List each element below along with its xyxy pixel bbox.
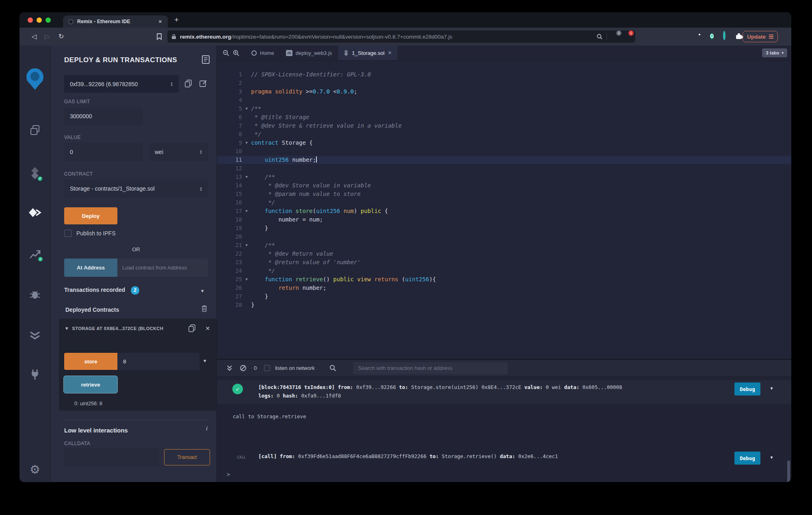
contract-select[interactable]: Storage - contracts/1_Storage.sol ▲▼ — [64, 179, 208, 198]
code-line[interactable]: 10 — [217, 147, 791, 156]
terminal-body[interactable]: ✓[block:7843716 txIndex:0] from: 0xf39..… — [217, 377, 791, 482]
copy-account-icon[interactable] — [185, 80, 192, 87]
remix-logo[interactable] — [23, 68, 47, 91]
value-unit-select[interactable]: wei ▲▼ — [149, 143, 208, 161]
tab-home[interactable]: Home — [245, 46, 280, 60]
value-input[interactable] — [64, 143, 143, 161]
code-line[interactable]: 7 * @dev Store & retrieve value in a var… — [217, 122, 791, 130]
code-line[interactable]: 26 return number; — [217, 284, 791, 292]
clear-terminal-icon[interactable] — [240, 365, 247, 372]
code-line[interactable]: 2 — [217, 79, 791, 87]
code-line[interactable]: 15 * @param num value to store — [217, 190, 791, 198]
code-line[interactable]: 25▼ function retrieve() public view retu… — [217, 275, 791, 284]
url-bar[interactable]: remix.ethereum.org/#optimize=false&runs=… — [167, 30, 635, 43]
code-line[interactable]: 28} — [217, 301, 791, 309]
code-line[interactable]: 13▼ /** — [217, 173, 791, 181]
store-button[interactable]: store — [64, 353, 117, 370]
tab-1-storage-sol[interactable]: 1_Storage.sol ✕ — [338, 46, 398, 60]
code-line[interactable]: 22 * @dev Return value — [217, 250, 791, 258]
at-address-button[interactable]: At Address — [64, 259, 117, 277]
code-editor[interactable]: 1// SPDX-License-Identifier: GPL-3.023pr… — [217, 61, 791, 359]
reload-icon[interactable]: ↻ — [58, 33, 64, 41]
close-tab-icon[interactable]: ✕ — [158, 18, 163, 25]
code-line[interactable]: 6 * @title Storage — [217, 113, 791, 122]
browser-tab[interactable]: Remix - Ethereum IDE ✕ — [63, 15, 168, 28]
code-line[interactable]: 8 */ — [217, 130, 791, 139]
account-select[interactable]: 0xf39...92266 (6.98782850 ▲▼ — [64, 75, 179, 93]
code-line[interactable]: 24 */ — [217, 267, 791, 275]
new-tab-button[interactable]: + — [168, 15, 179, 28]
brave-shield-icon[interactable]: 2 — [611, 33, 619, 41]
code-line[interactable]: 1// SPDX-License-Identifier: GPL-3.0 — [217, 70, 791, 79]
fold-icon[interactable]: ▼ — [242, 139, 251, 147]
fold-icon[interactable]: ▼ — [242, 104, 251, 113]
expand-terminal-icon[interactable] — [227, 365, 232, 372]
copy-instance-icon[interactable] — [188, 324, 195, 332]
chevron-down-icon[interactable]: ▾ — [770, 385, 773, 392]
code-line[interactable]: 4 — [217, 96, 791, 104]
bat-rewards-icon[interactable]: 1 — [623, 33, 631, 41]
code-line[interactable]: 21▼ /** — [217, 241, 791, 250]
documentation-icon[interactable] — [202, 55, 210, 64]
transactions-recorded-row[interactable]: Transactions recorded 2 — [64, 286, 139, 295]
solidity-analysis-icon[interactable]: ✓ — [29, 249, 41, 260]
close-tab-icon[interactable]: ✕ — [388, 50, 392, 56]
fold-icon[interactable]: ▼ — [242, 173, 251, 181]
terminal-prompt[interactable]: > — [227, 471, 230, 478]
transact-button[interactable]: Transact — [164, 449, 210, 465]
code-line[interactable]: 23 * @return value of 'number' — [217, 258, 791, 267]
fold-icon[interactable]: ▼ — [242, 207, 251, 215]
back-icon[interactable]: ◁ — [32, 33, 37, 41]
update-button[interactable]: Update — [743, 31, 778, 42]
solidity-compiler-icon[interactable]: ✓ — [29, 167, 41, 180]
settings-gear-icon[interactable]: ⚙ — [30, 463, 40, 476]
forward-icon[interactable]: ▷ — [45, 33, 50, 41]
terminal-scrollbar[interactable] — [787, 461, 790, 482]
deploy-button[interactable]: Deploy — [64, 207, 117, 224]
terminal-search-input[interactable] — [353, 362, 508, 374]
fold-icon[interactable]: ▼ — [242, 275, 251, 284]
code-line[interactable]: 16 */ — [217, 198, 791, 207]
calldata-input[interactable] — [64, 448, 159, 466]
unit-testing-icon[interactable] — [29, 330, 41, 341]
code-line[interactable]: 9▼contract Storage { — [217, 139, 791, 147]
code-line[interactable]: 18 number = num; — [217, 215, 791, 224]
zoom-out-icon[interactable] — [223, 50, 230, 56]
code-line[interactable]: 27 } — [217, 292, 791, 301]
code-line[interactable]: 17▼ function store(uint256 num) public { — [217, 207, 791, 215]
publish-ipfs-checkbox[interactable] — [64, 230, 71, 237]
debug-button[interactable]: Debug — [734, 382, 760, 395]
debug-button[interactable]: Debug — [734, 452, 760, 465]
code-line[interactable]: 5▼/** — [217, 104, 791, 113]
code-line[interactable]: 12 — [217, 164, 791, 173]
fold-icon[interactable]: ▼ — [242, 241, 251, 250]
listen-network-checkbox[interactable] — [264, 365, 270, 371]
code-line[interactable]: 11 uint256 number; — [217, 156, 791, 164]
zoom-page-icon[interactable] — [596, 33, 603, 40]
code-line[interactable]: 19 } — [217, 224, 791, 233]
teal-extension-icon[interactable] — [723, 32, 725, 39]
at-address-input[interactable] — [117, 259, 208, 277]
chevron-down-icon[interactable]: ▾ — [201, 288, 204, 294]
collapse-instance-icon[interactable]: ▾ — [65, 325, 68, 331]
zoom-in-icon[interactable] — [233, 50, 240, 56]
deploy-run-icon[interactable] — [28, 207, 42, 219]
code-line[interactable]: 14 * @dev Store value in variable — [217, 181, 791, 190]
tabs-count-badge[interactable]: 3 tabs ▾ — [762, 48, 787, 57]
file-explorer-icon[interactable] — [29, 124, 41, 136]
puzzle-extensions-icon[interactable] — [735, 32, 743, 40]
success-check-icon[interactable]: ✓ — [232, 384, 243, 394]
trash-icon[interactable] — [201, 305, 208, 312]
tab-deploy-web3[interactable]: JS deploy_web3.js — [280, 46, 338, 60]
maximize-window-button[interactable] — [45, 17, 51, 23]
debugger-icon[interactable] — [28, 289, 41, 300]
minimize-window-button[interactable] — [37, 17, 42, 23]
gas-limit-input[interactable] — [64, 107, 143, 125]
bookmark-icon[interactable] — [156, 33, 162, 40]
store-arg-input[interactable] — [117, 353, 199, 370]
close-instance-icon[interactable]: ✕ — [205, 325, 210, 332]
grammarly-icon[interactable]: G — [710, 32, 714, 40]
retrieve-button[interactable]: retrieve — [63, 376, 118, 393]
code-line[interactable]: 3pragma solidity >=0.7.0 <0.9.0; — [217, 87, 791, 96]
plugin-manager-icon[interactable] — [29, 368, 41, 380]
